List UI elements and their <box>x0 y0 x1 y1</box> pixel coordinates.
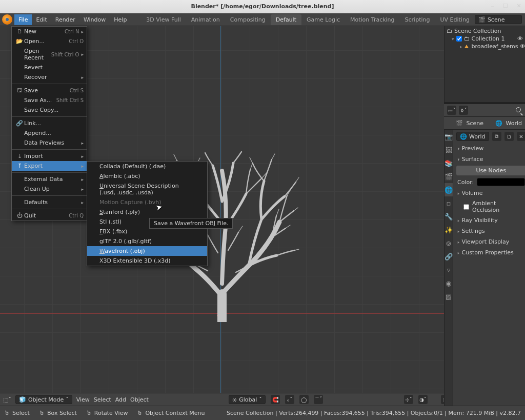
file-menu-item[interactable]: Clean Up <box>12 184 87 194</box>
tab-texture[interactable]: ▨ <box>445 290 453 303</box>
file-menu-item[interactable]: Defaults <box>12 197 87 207</box>
world-unlink-button[interactable]: ✕ <box>517 132 525 141</box>
workspace-tab[interactable]: Motion Tracking <box>345 14 400 25</box>
panel-settings[interactable]: Settings <box>453 226 525 236</box>
file-menu-item[interactable]: Data Previews <box>12 138 87 148</box>
workspace-tab[interactable]: Animation <box>186 14 225 25</box>
panel-ray-visibility[interactable]: Ray Visibility <box>453 215 525 226</box>
window-title: Blender* [/home/egor/Downloads/tree.blen… <box>191 3 334 10</box>
panel-volume[interactable]: Volume <box>453 188 525 198</box>
tab-constraints[interactable]: 🔗 <box>445 250 453 263</box>
outliner-header: ≔ˇ ⚱ˇ <box>444 104 525 117</box>
world-new-button[interactable]: 🗋 <box>504 132 514 141</box>
menu-help[interactable]: Help <box>110 14 131 25</box>
mode-selector[interactable]: 🧊 Object Mode ˇ <box>15 395 72 404</box>
visibility-eye-icon[interactable]: 👁 <box>520 43 525 50</box>
panel-surface[interactable]: Surface <box>453 154 525 165</box>
view3d-menu-object[interactable]: Object <box>130 396 149 403</box>
export-menu-item[interactable]: Alembic (.abc) <box>87 171 207 181</box>
outliner-object[interactable]: ▸ broadleaf_stems 👁 <box>445 43 525 50</box>
workspace-tab[interactable]: Compositing <box>225 14 271 25</box>
file-menu-item[interactable]: ⤒Export <box>12 161 87 171</box>
workspace-tab[interactable]: Scripting <box>400 14 435 25</box>
panel-custom-properties[interactable]: Custom Properties <box>453 247 525 258</box>
file-menu-item[interactable]: Save As...Shift Ctrl S <box>12 95 87 105</box>
file-menu-item[interactable]: External Data <box>12 174 87 184</box>
tab-data[interactable]: ▿ <box>445 263 453 276</box>
tab-world[interactable]: 🌐 <box>445 183 453 196</box>
export-menu-item[interactable]: Stanford (.ply) <box>87 207 207 217</box>
search-icon[interactable] <box>516 107 523 114</box>
view3d-menu-view[interactable]: View <box>76 396 90 403</box>
ao-checkbox[interactable] <box>463 204 469 210</box>
menu-item-label: Append... <box>24 130 84 136</box>
tab-modifiers[interactable]: 🔧 <box>445 210 453 223</box>
export-menu-item[interactable]: Universal Scene Description (.usd, .usdc… <box>87 181 207 197</box>
tab-material[interactable]: ◉ <box>445 276 453 290</box>
file-menu-item[interactable]: Append... <box>12 128 87 138</box>
menu-file[interactable]: File <box>14 14 32 25</box>
menu-render[interactable]: Render <box>51 14 79 25</box>
file-menu-item[interactable]: 📂Open...Ctrl O <box>12 36 87 46</box>
export-menu-item[interactable]: X3D Extensible 3D (.x3d) <box>87 256 207 266</box>
menu-edit[interactable]: Edit <box>32 14 51 25</box>
orientation-selector[interactable]: ⚹ Global ˇ <box>229 395 266 404</box>
workspace-tab[interactable]: 3D View Full <box>141 14 186 25</box>
panel-preview[interactable]: Preview <box>453 143 525 154</box>
outliner-collection[interactable]: ▾ 🗀 Collection 1 👁 <box>445 35 525 43</box>
outliner-display-mode[interactable]: ≔ˇ <box>447 106 456 115</box>
menu-window[interactable]: Window <box>79 14 110 25</box>
proportional-edit[interactable]: ◯ <box>299 395 309 404</box>
file-menu-item[interactable]: ⏻QuitCtrl Q <box>12 211 87 221</box>
world-pin-icon[interactable]: 🌐 <box>495 120 502 127</box>
workspace-tab[interactable]: UV Editing <box>435 14 475 25</box>
scene-selector[interactable]: 🎬 Scene <box>475 15 522 24</box>
use-nodes-button[interactable]: Use Nodes <box>456 166 525 175</box>
menu-item-label: Revert <box>24 64 84 71</box>
menu-item-icon: ⏻ <box>15 212 24 219</box>
proportional-falloff[interactable]: ⌒ˇ <box>314 395 323 404</box>
file-menu-item[interactable]: Recover <box>12 72 87 82</box>
file-menu-item[interactable]: 🗋NewCtrl N <box>12 27 87 36</box>
file-menu-item[interactable]: Open RecentShift Ctrl O <box>12 46 87 63</box>
color-swatch[interactable] <box>477 178 524 186</box>
outliner-filter[interactable]: ⚱ˇ <box>459 106 468 115</box>
tab-particles[interactable]: ✨ <box>445 223 453 236</box>
scene-pin-icon[interactable]: 🎬 <box>456 120 463 127</box>
tab-physics[interactable]: ⊚ <box>445 236 453 250</box>
file-menu-item[interactable]: Revert <box>12 63 87 72</box>
overlay-visibility[interactable]: ◑ˇ <box>418 395 428 404</box>
close-button[interactable]: ✕ <box>516 3 522 10</box>
file-menu-item[interactable]: 🖫SaveCtrl S <box>12 86 87 95</box>
file-menu-item[interactable]: ⤓Import <box>12 151 87 161</box>
export-menu-item[interactable]: Collada (Default) (.dae) <box>87 162 207 171</box>
tab-viewlayer[interactable]: 📚 <box>445 156 453 170</box>
ao-label: Ambient Occlusion <box>472 200 525 213</box>
world-selector[interactable]: 🌐 World <box>456 132 489 141</box>
snap-toggle[interactable]: 🧲 <box>271 395 280 404</box>
view3d-menu-select[interactable]: Select <box>94 396 111 403</box>
export-menu-item[interactable]: Wavefront (.obj) <box>87 246 207 256</box>
maximize-button[interactable]: ☐ <box>502 3 509 10</box>
minimize-button[interactable]: － <box>489 3 495 10</box>
collection-enable-checkbox[interactable] <box>456 36 462 42</box>
editor-type-icon[interactable]: ⬚ˇ <box>3 396 11 403</box>
tab-object[interactable]: ▫ <box>445 196 453 210</box>
file-menu-item[interactable]: Save Copy... <box>12 105 87 115</box>
world-browse-button[interactable]: ⧉ <box>492 132 501 141</box>
file-menu-item[interactable]: 🔗Link... <box>12 118 87 128</box>
tab-render[interactable]: 📷 <box>445 130 453 143</box>
outliner-scene-collection[interactable]: 🗀 Scene Collection <box>445 27 525 35</box>
gizmo-visibility[interactable]: ⊹ˇ <box>404 395 413 404</box>
workspace-tab[interactable]: Game Logic <box>301 14 345 25</box>
panel-viewport-display[interactable]: Viewport Display <box>453 236 525 247</box>
statusbar-hint: 🖱Select <box>4 410 30 416</box>
view3d-menu-add[interactable]: Add <box>115 396 126 403</box>
tab-scene[interactable]: 🎬 <box>445 170 453 183</box>
axis-z-line <box>220 26 221 406</box>
workspace-tab[interactable]: Default <box>271 14 301 25</box>
visibility-eye-icon[interactable]: 👁 <box>517 35 523 42</box>
export-menu-item[interactable]: glTF 2.0 (.glb/.gltf) <box>87 236 207 246</box>
snap-type[interactable]: ⬦ˇ <box>285 395 294 404</box>
tab-output[interactable]: 🖼 <box>445 143 453 156</box>
